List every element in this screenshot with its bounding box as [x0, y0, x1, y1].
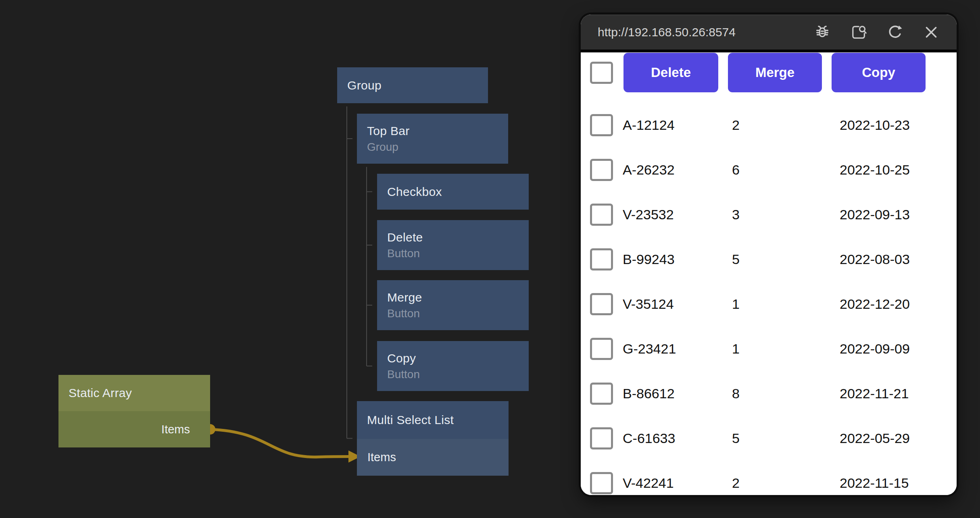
node-title: Static Array [58, 375, 210, 411]
item-qty: 1 [732, 341, 840, 357]
list-item: A-2623262022-10-25 [581, 148, 957, 192]
node-subtitle-label: Button [387, 247, 529, 260]
node-title: DeleteButton [377, 220, 529, 270]
item-id: C-61633 [623, 431, 732, 446]
preview-titlebar[interactable]: http://192.168.50.26:8574 [581, 15, 957, 52]
row-checkbox[interactable] [590, 204, 613, 226]
row-checkbox[interactable] [590, 159, 613, 181]
item-qty: 6 [732, 162, 840, 178]
item-id: V-23532 [623, 207, 732, 223]
node-title-label: Group [347, 79, 488, 92]
item-date: 2022-12-20 [840, 296, 910, 312]
node-title-label: Copy [387, 352, 529, 365]
node-delete[interactable]: DeleteButton [377, 220, 529, 270]
row-checkbox[interactable] [590, 472, 613, 494]
toolbar-row: DeleteMergeCopy [581, 53, 957, 92]
port-label: Items [161, 423, 190, 436]
item-qty: 5 [732, 431, 840, 446]
row-checkbox[interactable] [590, 114, 613, 136]
url-text: http://192.168.50.26:8574 [598, 25, 813, 39]
list-item: B-9924352022-08-03 [581, 237, 957, 282]
node-title-label: Top Bar [367, 124, 508, 138]
node-title: Checkbox [377, 174, 529, 210]
delete-button[interactable]: Delete [623, 53, 718, 92]
node-title-label: Merge [387, 291, 529, 304]
item-date: 2022-09-13 [840, 207, 910, 223]
item-id: G-23421 [623, 341, 732, 357]
list-item: V-4224122022-11-15 [581, 461, 957, 495]
item-date: 2022-09-09 [840, 341, 910, 357]
refresh-icon[interactable] [886, 23, 904, 42]
close-icon[interactable] [922, 23, 940, 42]
item-date: 2022-11-15 [840, 475, 909, 491]
item-qty: 2 [732, 475, 840, 491]
node-editor-canvas[interactable]: GroupTop BarGroupCheckboxDeleteButtonMer… [0, 0, 980, 518]
item-date: 2022-10-25 [840, 162, 910, 178]
merge-button[interactable]: Merge [728, 53, 822, 92]
item-date: 2022-10-23 [840, 117, 910, 133]
list-item: V-2353232022-09-13 [581, 192, 957, 237]
item-date: 2022-11-21 [840, 386, 909, 402]
item-id: A-12124 [623, 117, 732, 133]
node-title: Multi Select List [357, 401, 509, 439]
item-qty: 3 [732, 207, 840, 223]
titlebar-icons [813, 23, 940, 42]
list-item: A-1212422022-10-23 [581, 103, 957, 148]
inspect-icon[interactable] [849, 23, 868, 42]
node-title-label: Static Array [69, 386, 210, 400]
item-date: 2022-08-03 [840, 252, 910, 267]
item-id: V-42241 [623, 475, 732, 491]
row-checkbox[interactable] [590, 338, 613, 360]
item-id: A-26232 [623, 162, 732, 178]
row-checkbox[interactable] [590, 248, 613, 270]
select-all-checkbox[interactable] [590, 62, 613, 84]
item-id: B-86612 [623, 386, 732, 402]
node-subtitle-label: Group [367, 141, 508, 154]
node-title-label: Multi Select List [367, 413, 509, 427]
row-checkbox[interactable] [590, 427, 613, 449]
node-merge[interactable]: MergeButton [377, 280, 529, 330]
list-item: C-6163352022-05-29 [581, 416, 957, 461]
item-date: 2022-05-29 [840, 431, 910, 446]
list-item: G-2342112022-09-09 [581, 327, 957, 371]
item-qty: 1 [732, 296, 840, 312]
node-subtitle-label: Button [387, 368, 529, 381]
port-items[interactable]: Items [58, 411, 210, 447]
node-group[interactable]: Group [337, 67, 488, 103]
debug-icon[interactable] [813, 23, 832, 42]
item-qty: 8 [732, 386, 840, 402]
item-qty: 5 [732, 252, 840, 267]
node-title: Group [337, 67, 488, 103]
list-item: B-8661282022-11-21 [581, 371, 957, 416]
node-title-label: Delete [387, 231, 529, 244]
node-top-bar[interactable]: Top BarGroup [357, 114, 508, 164]
item-list: A-1212422022-10-23A-2623262022-10-25V-23… [581, 103, 957, 495]
item-id: B-99243 [623, 252, 732, 267]
row-checkbox[interactable] [590, 383, 613, 405]
item-id: V-35124 [623, 296, 732, 312]
list-item: V-3512412022-12-20 [581, 282, 957, 327]
node-title: Top BarGroup [357, 114, 508, 164]
row-checkbox[interactable] [590, 293, 613, 315]
node-static-array[interactable]: Static ArrayItems [58, 375, 210, 447]
node-title: MergeButton [377, 280, 529, 330]
preview-window: http://192.168.50.26:8574 [581, 15, 957, 495]
node-title-label: Checkbox [387, 185, 529, 199]
copy-button[interactable]: Copy [832, 53, 926, 92]
connection-edge [210, 429, 350, 457]
preview-content: DeleteMergeCopy A-1212422022-10-23A-2623… [581, 52, 957, 495]
node-checkbox[interactable]: Checkbox [377, 174, 529, 210]
item-qty: 2 [732, 117, 840, 133]
node-multi-select-list[interactable]: Multi Select ListItems [357, 401, 509, 476]
node-title: CopyButton [377, 341, 529, 391]
port-items[interactable]: Items [357, 439, 509, 476]
node-copy[interactable]: CopyButton [377, 341, 529, 391]
port-label: Items [367, 451, 396, 464]
node-subtitle-label: Button [387, 307, 529, 320]
